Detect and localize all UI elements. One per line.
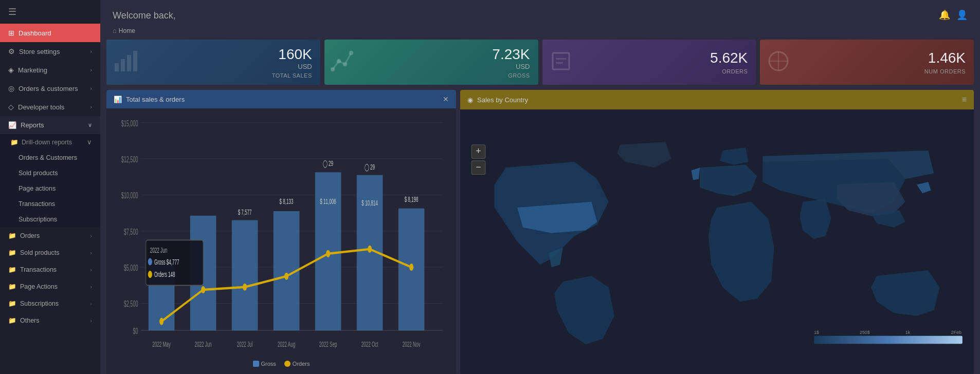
sidebar-sub-transactions[interactable]: Transactions [0, 196, 100, 212]
header-actions: 🔔 👤 [939, 9, 968, 21]
svg-rect-3 [133, 51, 137, 71]
svg-text:+: + [476, 146, 481, 156]
bar-chart-area: $15,000 $12,500 $10,000 $7,500 $5,000 $2… [115, 114, 448, 358]
svg-text:$0: $0 [133, 327, 138, 336]
svg-text:2022 Sep: 2022 Sep [319, 341, 337, 348]
svg-rect-30 [232, 220, 258, 331]
svg-text:$15,000: $15,000 [121, 119, 138, 128]
sidebar-item-marketing[interactable]: ◈ Marketing › [0, 61, 100, 79]
svg-point-35 [159, 318, 164, 325]
svg-text:$7,500: $7,500 [124, 227, 138, 236]
stat-label: NUM ORDERS [924, 68, 966, 74]
stat-content-total-sales: 160K USD TOTAL SALES [272, 46, 312, 79]
chevron-icon: › [90, 67, 92, 73]
svg-point-7 [350, 51, 353, 54]
svg-text:◯ 29: ◯ 29 [323, 160, 333, 168]
page-header: Welcome back, 🔔 👤 [100, 0, 980, 26]
sidebar-item-dashboard[interactable]: ⊞ Dashboard [0, 24, 100, 42]
chart-total-sales-orders: 📊 Total sales & orders ✕ [106, 90, 456, 374]
close-icon[interactable]: ✕ [443, 95, 449, 103]
chart-map-icon: ◉ [467, 96, 473, 104]
sidebar-drill-down-header[interactable]: 📁 Drill-down reports ∨ [0, 134, 100, 150]
sidebar-folder-transactions[interactable]: 📁 Transactions › [0, 261, 100, 278]
svg-text:2022 Jun: 2022 Jun [194, 341, 211, 348]
stat-currency: USD [492, 63, 530, 70]
stat-currency: USD [272, 63, 312, 70]
menu-icon[interactable]: ≡ [962, 95, 967, 104]
world-map-svg: + − 1$ 250$ 1k 2Feb [460, 109, 974, 374]
chart-header-main: 📊 Total sales & orders ✕ [106, 90, 456, 108]
svg-point-40 [368, 246, 372, 253]
sidebar-item-orders-customers[interactable]: ◎ Orders & customers › [0, 79, 100, 98]
folder-icon: 📁 [8, 316, 16, 324]
svg-text:−: − [476, 162, 481, 172]
folder-icon: 📁 [8, 266, 16, 273]
stat-icon-orders [549, 49, 573, 76]
svg-text:2022 Jul: 2022 Jul [237, 341, 253, 348]
folder-icon: 📁 [8, 283, 16, 290]
svg-text:$12,500: $12,500 [121, 155, 138, 164]
stat-card-num-orders: 1.46K NUM ORDERS [760, 40, 974, 85]
stat-label: TOTAL SALES [272, 72, 312, 79]
stat-value: 5.62K [710, 50, 748, 66]
stat-content-num-orders: 1.46K NUM ORDERS [924, 50, 966, 74]
sidebar-sub-sold-products[interactable]: Sold products [0, 165, 100, 181]
chevron-icon: › [90, 48, 92, 54]
folder-icon: 📁 [8, 249, 16, 256]
main-content: Welcome back, 🔔 👤 ⌂ Home 160K US [100, 0, 980, 374]
sidebar-folder-subscriptions[interactable]: 📁 Subscriptions › [0, 295, 100, 312]
sidebar-folder-orders[interactable]: 📁 Orders › [0, 227, 100, 244]
svg-text:Orders  148: Orders 148 [154, 271, 175, 278]
svg-text:2022 Aug: 2022 Aug [278, 341, 295, 348]
svg-point-4 [331, 68, 334, 71]
stat-icon-gross [331, 49, 355, 76]
folder-icon: 📁 [8, 300, 16, 307]
svg-text:2022 Oct: 2022 Oct [361, 341, 378, 348]
stat-card-orders: 5.62K ORDERS [542, 40, 756, 85]
marketing-icon: ◈ [8, 66, 14, 74]
sidebar-folder-sold-products[interactable]: 📁 Sold products › [0, 244, 100, 261]
dev-tools-icon: ◇ [8, 103, 14, 111]
sidebar-section-reports[interactable]: 📈 Reports ∨ [0, 116, 100, 134]
svg-text:2022 May: 2022 May [152, 341, 171, 348]
legend-orders: Orders [284, 361, 310, 367]
stat-value: 7.23K [492, 46, 530, 63]
page-title: Welcome back, [113, 8, 176, 22]
sidebar-item-developer-tools[interactable]: ◇ Developer tools › [0, 98, 100, 116]
svg-point-41 [409, 264, 413, 271]
sidebar-item-store-settings[interactable]: ⚙ Store settings › [0, 42, 100, 61]
bell-icon[interactable]: 🔔 [939, 9, 950, 21]
legend-gross: Gross [253, 361, 276, 367]
stat-value: 1.46K [924, 50, 966, 66]
svg-text:250$: 250$ [860, 330, 870, 335]
stat-icon-num-orders [766, 49, 791, 76]
settings-icon: ⚙ [8, 47, 15, 55]
svg-point-58 [148, 258, 152, 265]
sidebar-folder-page-actions[interactable]: 📁 Page Actions › [0, 278, 100, 295]
sidebar-sub-subscriptions[interactable]: Subscriptions [0, 212, 100, 227]
svg-text:$10,000: $10,000 [121, 191, 138, 200]
stat-card-gross: 7.23K USD GROSS [324, 40, 538, 85]
chevron-right-icon: › [90, 284, 92, 290]
stat-value: 160K [272, 46, 312, 63]
svg-text:◯ 29: ◯ 29 [365, 163, 375, 172]
chevron-right-icon: › [90, 233, 92, 239]
sidebar-sub-orders-customers[interactable]: Orders & Customers [0, 150, 100, 165]
breadcrumb: ⌂ Home [100, 26, 980, 40]
svg-text:$2,500: $2,500 [124, 300, 138, 309]
user-icon[interactable]: 👤 [956, 9, 968, 21]
bar-chart-svg: $15,000 $12,500 $10,000 $7,500 $5,000 $2… [115, 114, 448, 358]
stats-row: 160K USD TOTAL SALES 7.23K USD GROSS [100, 40, 980, 85]
hamburger-icon[interactable]: ☰ [0, 0, 100, 24]
svg-text:2022 Nov: 2022 Nov [403, 341, 421, 348]
svg-text:$ 7,577: $ 7,577 [238, 209, 252, 216]
chevron-icon: › [90, 85, 92, 91]
chevron-icon: › [90, 104, 92, 110]
stat-icon-sales [113, 49, 137, 76]
svg-rect-0 [115, 63, 119, 71]
chart-body-main: $15,000 $12,500 $10,000 $7,500 $5,000 $2… [106, 108, 456, 374]
sidebar-folder-others[interactable]: 📁 Others › [0, 312, 100, 329]
svg-text:$ 8,198: $ 8,198 [405, 196, 419, 203]
sidebar-sub-page-actions[interactable]: Page actions [0, 181, 100, 196]
svg-point-38 [284, 273, 288, 280]
